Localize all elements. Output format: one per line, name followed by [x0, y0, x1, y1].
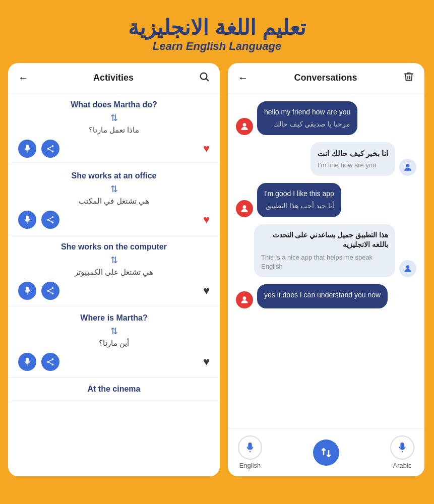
svg-point-23	[406, 164, 410, 168]
english-label: English	[239, 462, 261, 469]
action-icons	[18, 140, 59, 158]
message-row: yes it does I can understand you now	[236, 284, 416, 308]
svg-line-10	[49, 218, 51, 219]
activity-actions: ♥	[18, 352, 210, 372]
arabic-label: Arabic	[393, 462, 412, 469]
like-button[interactable]: ♥	[203, 142, 210, 155]
message-text-arabic: انا بخير كيف حالك انت	[318, 148, 388, 159]
action-icons	[18, 353, 59, 371]
activities-header: ← Activities	[8, 63, 220, 93]
avatar	[236, 291, 253, 308]
like-button[interactable]: ♥	[203, 284, 210, 297]
svg-point-2	[52, 145, 54, 147]
app-header: تعليم اللغة الانجليزية Learn English Lan…	[0, 0, 434, 63]
svg-point-24	[243, 205, 246, 209]
mic-button[interactable]	[18, 140, 36, 158]
mic-button[interactable]	[18, 211, 36, 229]
back-button[interactable]: ←	[18, 72, 28, 84]
svg-point-13	[47, 290, 49, 292]
activity-actions: ♥	[18, 139, 210, 159]
like-button[interactable]: ♥	[203, 355, 210, 368]
swap-languages-button[interactable]	[313, 439, 339, 466]
message-bubble: hello my friend how are you مرحبا يا صدي…	[257, 101, 357, 135]
svg-line-11	[49, 220, 51, 222]
message-bubble: انا بخير كيف حالك انت I'm fine how are y…	[311, 142, 395, 176]
app-title-english: Learn English Language	[10, 40, 424, 53]
message-row: I'm good I like this app أنا جيد أحب هذا…	[236, 183, 416, 217]
svg-point-9	[52, 221, 54, 223]
avatar	[399, 260, 416, 277]
app-title-arabic: تعليم اللغة الانجليزية	[10, 15, 424, 40]
delete-button[interactable]	[403, 71, 414, 85]
activity-english: She works on the computer	[18, 242, 210, 251]
svg-line-5	[49, 147, 51, 148]
avatar	[236, 118, 253, 135]
message-text-english: hello my friend how are you	[264, 107, 350, 117]
svg-point-25	[406, 265, 410, 269]
svg-point-12	[52, 287, 54, 289]
activity-arabic: ماذا تعمل مارتا؟	[18, 125, 210, 135]
activity-english: At the cinema	[18, 385, 210, 394]
message-bubble: I'm good I like this app أنا جيد أحب هذا…	[257, 183, 341, 217]
svg-point-4	[52, 150, 54, 152]
message-text-arabic: أنا جيد أحب هذا التطبيق	[264, 201, 334, 211]
arabic-mic-icon	[390, 435, 414, 460]
swap-icon: ⇅	[18, 112, 210, 123]
activity-actions: ♥	[18, 210, 210, 230]
message-text-arabic: هذا التطبيق جميل يساعدني على التحدث بالل…	[261, 230, 388, 250]
swap-icon: ⇅	[18, 183, 210, 195]
panels-container: ← Activities What does Martha do? ⇅ ماذا…	[0, 63, 434, 484]
activity-actions: ♥	[18, 281, 210, 301]
svg-point-8	[47, 219, 49, 221]
arabic-mic-button[interactable]: Arabic	[390, 435, 414, 469]
message-bubble: yes it does I can understand you now	[257, 284, 388, 308]
message-text-english: This is a nice app that helps me speak E…	[261, 253, 388, 271]
activity-item: She works at an office ⇅ هي تشتغل في الم…	[8, 164, 220, 235]
activities-title: Activities	[93, 73, 134, 83]
message-bubble: هذا التطبيق جميل يساعدني على التحدث بالل…	[254, 224, 395, 278]
message-text-english: I'm fine how are you	[318, 161, 388, 170]
activity-english: Where is Martha?	[18, 313, 210, 323]
activity-item: Where is Martha? ⇅ أين مارتا؟	[8, 306, 220, 377]
message-text-english: yes it does I can understand you now	[264, 290, 381, 300]
activity-item: She works on the computer ⇅ هي تشتغل على…	[8, 235, 220, 306]
conv-back-button[interactable]: ←	[238, 72, 248, 84]
message-row: انا بخير كيف حالك انت I'm fine how are y…	[236, 142, 416, 176]
message-text-english: I'm good I like this app	[264, 189, 334, 199]
svg-point-22	[243, 123, 246, 127]
swap-icon: ⇅	[18, 326, 210, 337]
english-mic-icon	[238, 435, 262, 460]
share-button[interactable]	[41, 211, 59, 229]
conversations-panel: ← Conversations	[228, 63, 424, 476]
svg-line-15	[49, 289, 51, 290]
svg-line-6	[49, 149, 51, 151]
conversations-header: ← Conversations	[228, 63, 424, 93]
share-button[interactable]	[41, 353, 59, 371]
english-mic-button[interactable]: English	[238, 435, 262, 469]
activity-item: At the cinema	[8, 377, 220, 402]
svg-point-26	[243, 296, 246, 300]
activity-english: She works at an office	[18, 171, 210, 180]
translation-bar: English Arabic	[228, 428, 424, 476]
activity-arabic: أين مارتا؟	[18, 339, 210, 348]
activity-english: What does Martha do?	[18, 100, 210, 109]
svg-line-1	[206, 79, 208, 81]
messages-area: hello my friend how are you مرحبا يا صدي…	[228, 93, 424, 428]
svg-line-16	[49, 291, 51, 293]
mic-button[interactable]	[18, 282, 36, 300]
like-button[interactable]: ♥	[203, 213, 210, 226]
swap-icon: ⇅	[18, 255, 210, 266]
message-row: هذا التطبيق جميل يساعدني على التحدث بالل…	[236, 224, 416, 278]
search-button[interactable]	[199, 71, 210, 85]
share-button[interactable]	[41, 282, 59, 300]
svg-point-17	[52, 358, 54, 360]
message-text-arabic: مرحبا يا صديقي كيف حالك	[264, 119, 350, 130]
action-icons	[18, 211, 59, 229]
activity-arabic: هي تشتغل في المكتب	[18, 197, 210, 206]
svg-point-3	[47, 148, 49, 150]
avatar	[236, 200, 253, 217]
svg-line-20	[49, 360, 51, 361]
svg-line-21	[49, 362, 51, 364]
share-button[interactable]	[41, 140, 59, 158]
mic-button[interactable]	[18, 353, 36, 371]
